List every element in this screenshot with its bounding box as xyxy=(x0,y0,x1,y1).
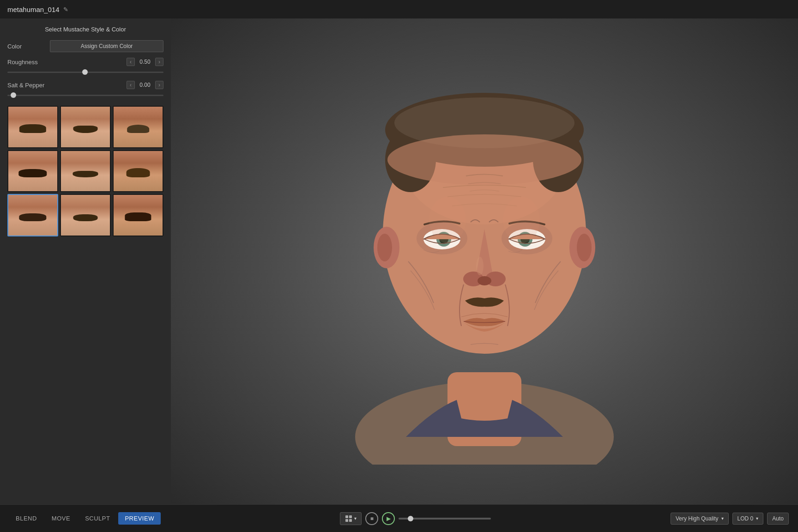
salt-pepper-track-container[interactable] xyxy=(7,92,163,98)
salt-pepper-value: 0.00 xyxy=(138,82,152,88)
salt-pepper-decrement[interactable]: ‹ xyxy=(127,81,135,89)
project-title: metahuman_014 xyxy=(7,6,60,13)
mustache-style-9[interactable] xyxy=(113,194,163,236)
svg-point-20 xyxy=(478,276,491,285)
mustache-style-5[interactable] xyxy=(60,150,111,193)
mustache-thumb-5 xyxy=(61,151,110,192)
mustache-thumb-8 xyxy=(61,195,110,236)
timeline-bar[interactable] xyxy=(399,518,491,520)
play-button[interactable]: ▶ xyxy=(382,512,395,525)
svg-rect-30 xyxy=(349,515,352,518)
edit-icon[interactable]: ✎ xyxy=(63,6,68,13)
salt-pepper-controls: ‹ 0.00 › xyxy=(127,81,163,89)
quality-dropdown[interactable]: Very High Quality ▾ xyxy=(671,513,729,525)
auto-button[interactable]: Auto xyxy=(767,513,789,525)
color-row: Color Assign Custom Color xyxy=(7,40,163,52)
mustache-style-3[interactable] xyxy=(113,106,163,148)
mustache-style-7[interactable] xyxy=(7,194,58,236)
mode-btn-preview[interactable]: PREVIEW xyxy=(118,512,160,525)
lod-label: LOD 0 xyxy=(738,515,754,522)
mustache-style-4[interactable] xyxy=(7,150,58,193)
mustache-style-6[interactable] xyxy=(113,150,163,193)
assign-color-button[interactable]: Assign Custom Color xyxy=(50,40,163,52)
salt-pepper-row: Salt & Pepper ‹ 0.00 › xyxy=(7,81,163,98)
svg-point-26 xyxy=(387,134,581,185)
salt-pepper-header: Salt & Pepper ‹ 0.00 › xyxy=(7,81,163,89)
grid-icon xyxy=(345,515,352,522)
svg-rect-31 xyxy=(345,519,348,522)
color-label: Color xyxy=(7,43,44,50)
grid-chevron: ▾ xyxy=(354,516,357,521)
right-controls: Very High Quality ▾ LOD 0 ▾ Auto xyxy=(671,513,789,525)
svg-rect-32 xyxy=(349,519,352,522)
roughness-track-container[interactable] xyxy=(7,69,163,75)
lod-dropdown[interactable]: LOD 0 ▾ xyxy=(732,513,764,525)
mustache-style-grid xyxy=(7,106,163,236)
face-render xyxy=(327,58,641,465)
roughness-decrement[interactable]: ‹ xyxy=(127,58,135,66)
salt-pepper-label: Salt & Pepper xyxy=(7,82,44,89)
roughness-header: Roughness ‹ 0.50 › xyxy=(7,58,163,66)
face-render-area xyxy=(171,18,798,504)
mustache-thumb-2 xyxy=(61,107,110,147)
svg-point-27 xyxy=(429,197,466,243)
main-area: Select Mustache Style & Color Color Assi… xyxy=(0,18,798,504)
roughness-row: Roughness ‹ 0.50 › xyxy=(7,58,163,75)
top-bar: metahuman_014 ✎ xyxy=(0,0,798,18)
mustache-style-2[interactable] xyxy=(60,106,111,148)
svg-point-7 xyxy=(577,234,592,261)
roughness-thumb[interactable] xyxy=(82,69,88,75)
mode-btn-blend[interactable]: BLEND xyxy=(9,512,43,525)
mustache-thumb-6 xyxy=(114,151,163,192)
mustache-style-8[interactable] xyxy=(60,194,111,236)
playback-controls: ▾ ■ ▶ xyxy=(340,512,491,525)
roughness-label: Roughness xyxy=(7,59,38,66)
mode-buttons: BLENDMOVESCULPTPREVIEW xyxy=(9,512,161,525)
quality-chevron: ▾ xyxy=(721,516,724,521)
mustache-thumb-1 xyxy=(8,107,57,147)
left-panel: Select Mustache Style & Color Color Assi… xyxy=(0,18,171,504)
svg-rect-29 xyxy=(345,515,348,518)
lod-chevron: ▾ xyxy=(756,516,758,521)
mustache-thumb-7 xyxy=(8,195,57,236)
roughness-value: 0.50 xyxy=(138,59,152,65)
mustache-thumb-3 xyxy=(114,107,163,147)
panel-title: Select Mustache Style & Color xyxy=(7,26,163,33)
quality-label: Very High Quality xyxy=(676,515,719,522)
view-grid-button[interactable]: ▾ xyxy=(340,512,362,525)
salt-pepper-increment[interactable]: › xyxy=(155,81,163,89)
salt-pepper-thumb[interactable] xyxy=(11,92,16,98)
bottom-bar: BLENDMOVESCULPTPREVIEW ▾ ■ ▶ Very High Q… xyxy=(0,504,798,532)
mustache-thumb-4 xyxy=(8,151,57,192)
stop-button[interactable]: ■ xyxy=(365,512,378,525)
svg-point-28 xyxy=(503,197,540,243)
svg-point-21 xyxy=(476,257,484,275)
mustache-style-1[interactable] xyxy=(7,106,58,148)
mode-btn-sculpt[interactable]: SCULPT xyxy=(79,512,116,525)
roughness-controls: ‹ 0.50 › xyxy=(127,58,163,66)
svg-point-6 xyxy=(377,234,392,261)
timeline-thumb[interactable] xyxy=(408,516,413,521)
roughness-increment[interactable]: › xyxy=(155,58,163,66)
mustache-thumb-9 xyxy=(114,195,163,236)
mode-btn-move[interactable]: MOVE xyxy=(45,512,77,525)
salt-pepper-track xyxy=(7,95,163,96)
